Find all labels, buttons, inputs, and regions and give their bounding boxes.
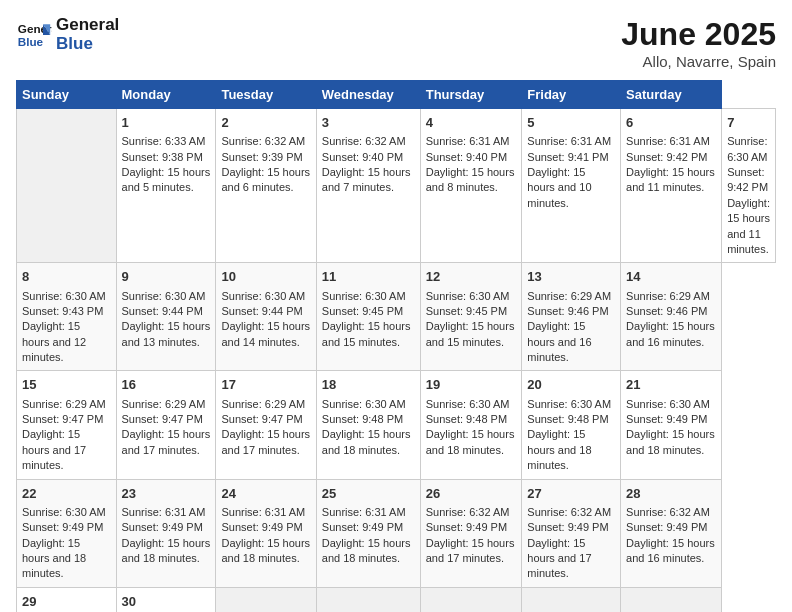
- day-cell-3: 3Sunrise: 6:32 AMSunset: 9:40 PMDaylight…: [316, 109, 420, 263]
- svg-text:Blue: Blue: [18, 34, 44, 47]
- header-row: SundayMondayTuesdayWednesdayThursdayFrid…: [17, 81, 776, 109]
- day-cell-11: 11Sunrise: 6:30 AMSunset: 9:45 PMDayligh…: [316, 263, 420, 371]
- week-row-3: 15Sunrise: 6:29 AMSunset: 9:47 PMDayligh…: [17, 371, 776, 479]
- calendar-title: June 2025: [621, 16, 776, 53]
- day-cell-13: 13Sunrise: 6:29 AMSunset: 9:46 PMDayligh…: [522, 263, 621, 371]
- day-cell-24: 24Sunrise: 6:31 AMSunset: 9:49 PMDayligh…: [216, 479, 316, 587]
- week-row-4: 22Sunrise: 6:30 AMSunset: 9:49 PMDayligh…: [17, 479, 776, 587]
- day-cell-7: 7Sunrise: 6:30 AMSunset: 9:42 PMDaylight…: [722, 109, 776, 263]
- logo-blue: Blue: [56, 35, 119, 54]
- day-cell-6: 6Sunrise: 6:31 AMSunset: 9:42 PMDaylight…: [621, 109, 722, 263]
- header-day-tuesday: Tuesday: [216, 81, 316, 109]
- calendar-header: SundayMondayTuesdayWednesdayThursdayFrid…: [17, 81, 776, 109]
- header-day-wednesday: Wednesday: [316, 81, 420, 109]
- empty-cell: [621, 587, 722, 612]
- day-cell-23: 23Sunrise: 6:31 AMSunset: 9:49 PMDayligh…: [116, 479, 216, 587]
- logo-general: General: [56, 16, 119, 35]
- title-area: June 2025 Allo, Navarre, Spain: [621, 16, 776, 70]
- day-cell-26: 26Sunrise: 6:32 AMSunset: 9:49 PMDayligh…: [420, 479, 522, 587]
- day-cell-30: 30Sunrise: 6:33 AMSunset: 9:49 PMDayligh…: [116, 587, 216, 612]
- day-cell-1: 1Sunrise: 6:33 AMSunset: 9:38 PMDaylight…: [116, 109, 216, 263]
- day-cell-19: 19Sunrise: 6:30 AMSunset: 9:48 PMDayligh…: [420, 371, 522, 479]
- day-cell-15: 15Sunrise: 6:29 AMSunset: 9:47 PMDayligh…: [17, 371, 117, 479]
- header-day-friday: Friday: [522, 81, 621, 109]
- week-row-1: 1Sunrise: 6:33 AMSunset: 9:38 PMDaylight…: [17, 109, 776, 263]
- empty-cell: [420, 587, 522, 612]
- day-cell-2: 2Sunrise: 6:32 AMSunset: 9:39 PMDaylight…: [216, 109, 316, 263]
- day-cell-22: 22Sunrise: 6:30 AMSunset: 9:49 PMDayligh…: [17, 479, 117, 587]
- day-cell-20: 20Sunrise: 6:30 AMSunset: 9:48 PMDayligh…: [522, 371, 621, 479]
- day-cell-29: 29Sunrise: 6:33 AMSunset: 9:49 PMDayligh…: [17, 587, 117, 612]
- header-day-saturday: Saturday: [621, 81, 722, 109]
- day-cell-28: 28Sunrise: 6:32 AMSunset: 9:49 PMDayligh…: [621, 479, 722, 587]
- day-cell-5: 5Sunrise: 6:31 AMSunset: 9:41 PMDaylight…: [522, 109, 621, 263]
- day-cell-25: 25Sunrise: 6:31 AMSunset: 9:49 PMDayligh…: [316, 479, 420, 587]
- day-cell-18: 18Sunrise: 6:30 AMSunset: 9:48 PMDayligh…: [316, 371, 420, 479]
- header: General Blue General Blue June 2025 Allo…: [16, 16, 776, 70]
- day-cell-27: 27Sunrise: 6:32 AMSunset: 9:49 PMDayligh…: [522, 479, 621, 587]
- empty-cell: [17, 109, 117, 263]
- logo: General Blue General Blue: [16, 16, 119, 53]
- header-day-monday: Monday: [116, 81, 216, 109]
- header-day-sunday: Sunday: [17, 81, 117, 109]
- day-cell-21: 21Sunrise: 6:30 AMSunset: 9:49 PMDayligh…: [621, 371, 722, 479]
- empty-cell: [316, 587, 420, 612]
- day-cell-9: 9Sunrise: 6:30 AMSunset: 9:44 PMDaylight…: [116, 263, 216, 371]
- day-cell-12: 12Sunrise: 6:30 AMSunset: 9:45 PMDayligh…: [420, 263, 522, 371]
- day-cell-10: 10Sunrise: 6:30 AMSunset: 9:44 PMDayligh…: [216, 263, 316, 371]
- week-row-5: 29Sunrise: 6:33 AMSunset: 9:49 PMDayligh…: [17, 587, 776, 612]
- day-cell-14: 14Sunrise: 6:29 AMSunset: 9:46 PMDayligh…: [621, 263, 722, 371]
- week-row-2: 8Sunrise: 6:30 AMSunset: 9:43 PMDaylight…: [17, 263, 776, 371]
- calendar-table: SundayMondayTuesdayWednesdayThursdayFrid…: [16, 80, 776, 612]
- day-cell-8: 8Sunrise: 6:30 AMSunset: 9:43 PMDaylight…: [17, 263, 117, 371]
- day-cell-17: 17Sunrise: 6:29 AMSunset: 9:47 PMDayligh…: [216, 371, 316, 479]
- empty-cell: [522, 587, 621, 612]
- day-cell-4: 4Sunrise: 6:31 AMSunset: 9:40 PMDaylight…: [420, 109, 522, 263]
- calendar-subtitle: Allo, Navarre, Spain: [621, 53, 776, 70]
- empty-cell: [216, 587, 316, 612]
- day-cell-16: 16Sunrise: 6:29 AMSunset: 9:47 PMDayligh…: [116, 371, 216, 479]
- calendar-body: 1Sunrise: 6:33 AMSunset: 9:38 PMDaylight…: [17, 109, 776, 613]
- header-day-thursday: Thursday: [420, 81, 522, 109]
